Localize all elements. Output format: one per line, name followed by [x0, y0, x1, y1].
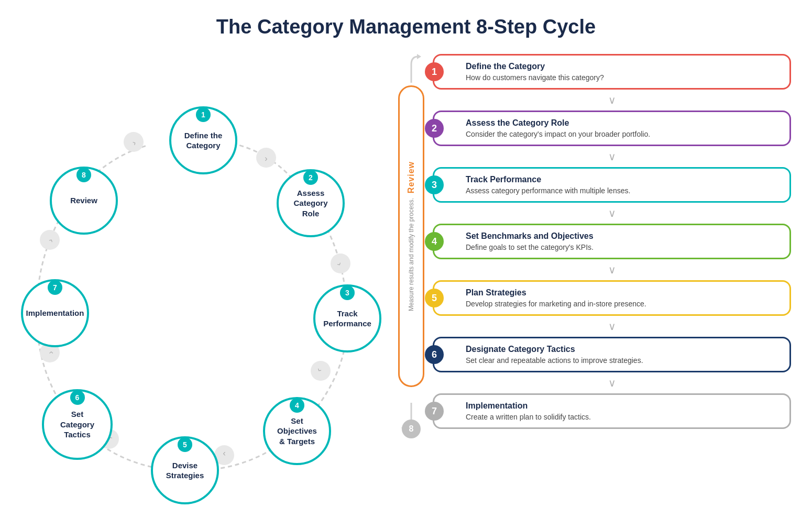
- step-desc-4: Define goals to set the category's KPIs.: [466, 243, 780, 251]
- step-title-3: Track Performance: [466, 175, 780, 184]
- step-title-6: Designate Category Tactics: [466, 345, 780, 354]
- node-num-5: 5: [178, 437, 192, 452]
- node-num-8: 8: [76, 168, 91, 182]
- review-arrow-top: [398, 54, 424, 85]
- step-num-1: 1: [425, 62, 444, 81]
- step-connector-4: ∨: [433, 264, 791, 275]
- node-num-3: 3: [340, 285, 355, 300]
- review-bar-body: Review Measure results and modify the pr…: [398, 85, 424, 387]
- cycle-node-2: 2 AssessCategoryRole: [277, 169, 345, 237]
- chevron-icon-4: ∨: [608, 264, 616, 275]
- page-title: The Category Management 8-Step Cycle: [21, 16, 791, 38]
- step-item-4: 4 Set Benchmarks and Objectives Define g…: [433, 224, 791, 259]
- step-num-4: 4: [425, 232, 444, 251]
- svg-text:›: ›: [223, 450, 225, 459]
- step-desc-5: Develop strategies for marketing and in-…: [466, 300, 780, 308]
- content-area: › › › › › › ›: [21, 54, 791, 483]
- step-desc-1: How do customers navigate this category?: [466, 73, 780, 82]
- step-desc-2: Consider the category's impact on your b…: [466, 130, 780, 138]
- node-num-6: 6: [70, 390, 85, 405]
- chevron-icon-1: ∨: [608, 95, 616, 105]
- cycle-node-6: 6 SetCategoryTactics: [42, 389, 113, 460]
- node-num-4: 4: [290, 398, 304, 413]
- review-bar: Review Measure results and modify the pr…: [398, 54, 424, 429]
- cycle-diagram: › › › › › › ›: [21, 54, 388, 483]
- step-connector-1: ∨: [433, 95, 791, 105]
- cycle-node-4: 4 SetObjectives& Targets: [263, 397, 331, 465]
- step-num-3: 3: [425, 175, 444, 194]
- chevron-icon-5: ∨: [608, 321, 616, 332]
- step-desc-7: Create a written plan to solidify tactic…: [466, 413, 780, 421]
- chevron-icon-3: ∨: [608, 208, 616, 218]
- step-desc-6: Set clear and repeatable actions to impr…: [466, 356, 780, 365]
- cycle-node-3: 3 TrackPerformance: [313, 284, 381, 352]
- step-connector-2: ∨: [433, 151, 791, 162]
- svg-marker-8: [417, 54, 421, 59]
- step-connector-6: ∨: [433, 378, 791, 388]
- steps-list: 1 Define the Category How do customers n…: [433, 54, 791, 429]
- cycle-node-5: 5 DeviseStrategies: [151, 436, 219, 504]
- step-item-7: 7 Implementation Create a written plan t…: [433, 393, 791, 429]
- step-title-4: Set Benchmarks and Objectives: [466, 232, 780, 241]
- step-item-5: 5 Plan Strategies Develop strategies for…: [433, 280, 791, 316]
- step-title-5: Plan Strategies: [466, 288, 780, 297]
- step-num-2: 2: [425, 119, 444, 138]
- svg-text:›: ›: [46, 351, 55, 354]
- step-connector-3: ∨: [433, 208, 791, 218]
- step-item-2: 2 Assess the Category Role Consider the …: [433, 111, 791, 146]
- step-title-7: Implementation: [466, 401, 780, 411]
- step-title-2: Assess the Category Role: [466, 118, 780, 128]
- node-num-7: 7: [48, 280, 62, 295]
- cycle-node-1: 1 Define theCategory: [169, 106, 237, 174]
- node-num-1: 1: [196, 107, 211, 122]
- step-connector-5: ∨: [433, 321, 791, 332]
- svg-text:›: ›: [265, 154, 267, 163]
- steps-container: Review Measure results and modify the pr…: [398, 54, 791, 429]
- cycle-node-7: 7 Implementation: [21, 279, 89, 347]
- step-desc-3: Assess category performance with multipl…: [466, 186, 780, 195]
- chevron-icon-6: ∨: [608, 378, 616, 388]
- step-item-3: 3 Track Performance Assess category perf…: [433, 167, 791, 203]
- review-bar-label: Review: [407, 161, 416, 193]
- step-num-5: 5: [425, 289, 444, 307]
- review-bar-sub: Measure results and modify the process.: [408, 198, 415, 311]
- cycle-node-8: 8 Review: [50, 167, 118, 235]
- step-num-7: 7: [425, 402, 444, 421]
- chevron-icon-2: ∨: [608, 151, 616, 162]
- step-title-1: Define the Category: [466, 62, 780, 71]
- step-item-1: 1 Define the Category How do customers n…: [433, 54, 791, 90]
- step-item-6: 6 Designate Category Tactics Set clear a…: [433, 337, 791, 372]
- review-bar-num: 8: [402, 420, 421, 438]
- node-num-2: 2: [303, 170, 318, 185]
- page: The Category Management 8-Step Cycle › ›…: [0, 0, 812, 507]
- step-num-6: 6: [425, 345, 444, 364]
